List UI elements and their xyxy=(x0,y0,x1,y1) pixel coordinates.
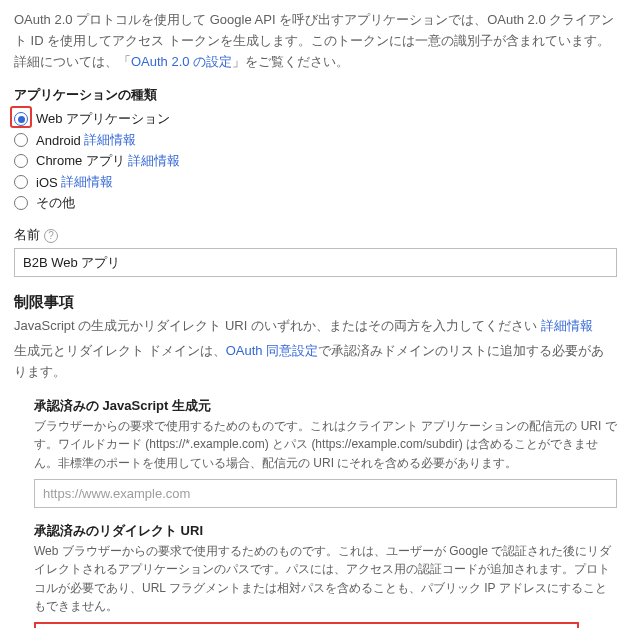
radio-android-label: Android xyxy=(36,133,81,148)
redirect-desc: Web ブラウザーからの要求で使用するためのものです。これは、ユーザーが Goo… xyxy=(34,542,617,616)
help-icon[interactable]: ? xyxy=(44,229,58,243)
app-type-radio-group: Web アプリケーション Android 詳細情報 Chrome アプリ 詳細情… xyxy=(14,110,617,212)
restrictions-desc2: 生成元とリダイレクト ドメインは、OAuth 同意設定で承認済みドメインのリスト… xyxy=(14,341,617,383)
redirect-highlight: https://login.microsoftonline.com https:… xyxy=(34,622,579,628)
radio-chrome[interactable] xyxy=(14,154,28,168)
radio-ios[interactable] xyxy=(14,175,28,189)
redirect-title: 承認済みのリダイレクト URI xyxy=(34,522,617,540)
app-type-title: アプリケーションの種類 xyxy=(14,86,617,104)
js-origins-title: 承認済みの JavaScript 生成元 xyxy=(34,397,617,415)
android-more-link[interactable]: 詳細情報 xyxy=(84,131,136,149)
radio-android[interactable] xyxy=(14,133,28,147)
js-origins-input[interactable] xyxy=(34,479,617,508)
radio-ios-label: iOS xyxy=(36,175,58,190)
name-input[interactable] xyxy=(14,248,617,277)
js-origins-desc: ブラウザーからの要求で使用するためのものです。これはクライアント アプリケーショ… xyxy=(34,417,617,473)
radio-web-label: Web アプリケーション xyxy=(36,110,170,128)
intro-text: OAuth 2.0 プロトコルを使用して Google API を呼び出すアプリ… xyxy=(14,10,617,72)
restrictions-desc1: JavaScript の生成元かリダイレクト URI のいずれか、またはその両方… xyxy=(14,316,617,337)
ios-more-link[interactable]: 詳細情報 xyxy=(61,173,113,191)
restrictions-more-link[interactable]: 詳細情報 xyxy=(541,318,593,333)
radio-other-label: その他 xyxy=(36,194,75,212)
radio-chrome-label: Chrome アプリ xyxy=(36,152,125,170)
oauth-settings-link[interactable]: OAuth 2.0 の設定 xyxy=(131,54,232,69)
name-label: 名前? xyxy=(14,226,617,244)
oauth-consent-link[interactable]: OAuth 同意設定 xyxy=(226,343,318,358)
radio-web[interactable] xyxy=(14,112,28,126)
restrictions-title: 制限事項 xyxy=(14,293,617,312)
radio-other[interactable] xyxy=(14,196,28,210)
chrome-more-link[interactable]: 詳細情報 xyxy=(128,152,180,170)
